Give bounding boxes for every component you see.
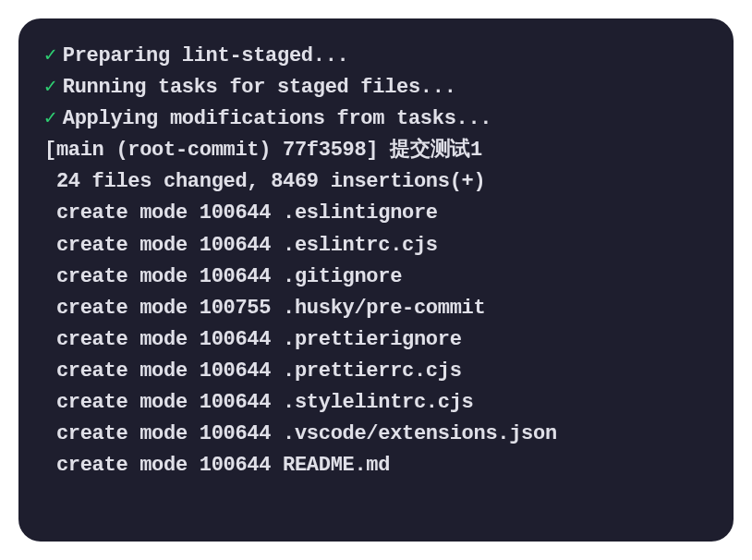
created-file-text: create mode 100644 .prettierignore xyxy=(44,324,462,356)
task-line: ✓ Preparing lint-staged... xyxy=(44,41,708,72)
task-label: Preparing lint-staged... xyxy=(63,41,349,72)
created-file-line: create mode 100644 .prettierrc.cjs xyxy=(44,356,708,387)
created-file-line: create mode 100644 .gitignore xyxy=(44,262,708,293)
commit-text: [main (root-commit) 77f3598] 提交测试1 xyxy=(44,135,482,166)
commit-info: [main (root-commit) 77f3598] 提交测试1 xyxy=(44,135,708,166)
created-file-line: create mode 100644 README.md xyxy=(44,450,708,481)
summary-text: 24 files changed, 8469 insertions(+) xyxy=(44,166,485,198)
created-file-line: create mode 100644 .stylelintrc.cjs xyxy=(44,387,708,419)
created-file-line: create mode 100644 .vscode/extensions.js… xyxy=(44,419,708,450)
created-file-text: create mode 100644 README.md xyxy=(44,450,390,481)
created-file-text: create mode 100644 .prettierrc.cjs xyxy=(44,356,462,387)
created-file-text: create mode 100644 .gitignore xyxy=(44,262,402,293)
checkmark-icon: ✓ xyxy=(44,72,56,103)
change-summary: 24 files changed, 8469 insertions(+) xyxy=(44,166,708,198)
created-file-line: create mode 100644 .eslintrc.cjs xyxy=(44,230,708,262)
created-file-text: create mode 100644 .stylelintrc.cjs xyxy=(44,387,473,419)
checkmark-icon: ✓ xyxy=(44,41,56,72)
task-label: Running tasks for staged files... xyxy=(63,72,456,103)
created-file-text: create mode 100755 .husky/pre-commit xyxy=(44,293,485,324)
terminal-output: ✓ Preparing lint-staged... ✓ Running tas… xyxy=(18,18,734,542)
created-file-text: create mode 100644 .eslintignore xyxy=(44,198,438,229)
created-file-line: create mode 100644 .eslintignore xyxy=(44,198,708,229)
task-line: ✓ Applying modifications from tasks... xyxy=(44,103,708,135)
created-file-line: create mode 100644 .prettierignore xyxy=(44,324,708,356)
task-label: Applying modifications from tasks... xyxy=(63,103,491,135)
task-line: ✓ Running tasks for staged files... xyxy=(44,72,708,103)
created-file-line: create mode 100755 .husky/pre-commit xyxy=(44,293,708,324)
created-file-text: create mode 100644 .eslintrc.cjs xyxy=(44,230,438,262)
created-file-text: create mode 100644 .vscode/extensions.js… xyxy=(44,419,557,450)
checkmark-icon: ✓ xyxy=(44,103,56,135)
